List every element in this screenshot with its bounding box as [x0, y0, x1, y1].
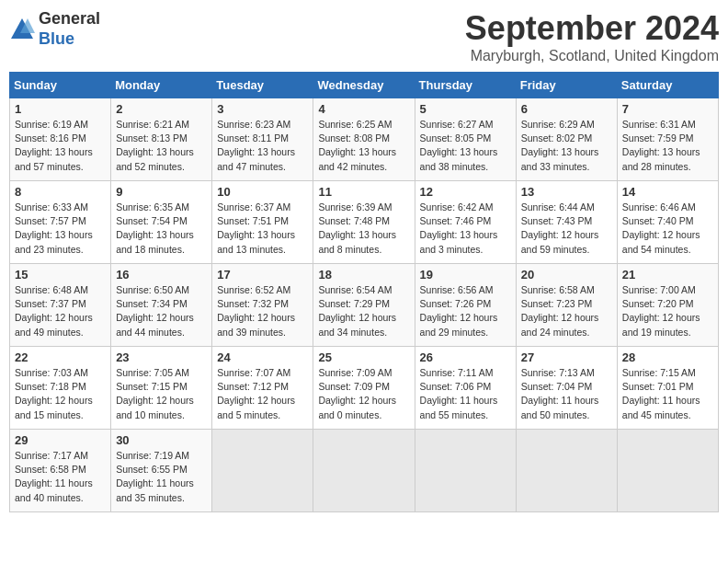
day-info: Sunrise: 6:58 AM Sunset: 7:23 PM Dayligh… — [521, 283, 612, 339]
calendar-cell: 6Sunrise: 6:29 AM Sunset: 8:02 PM Daylig… — [516, 98, 617, 181]
day-info: Sunrise: 7:05 AM Sunset: 7:15 PM Dayligh… — [116, 366, 207, 422]
calendar-cell: 11Sunrise: 6:39 AM Sunset: 7:48 PM Dayli… — [313, 181, 415, 264]
calendar-cell: 2Sunrise: 6:21 AM Sunset: 8:13 PM Daylig… — [111, 98, 212, 181]
day-number: 2 — [116, 102, 207, 116]
calendar-cell: 22Sunrise: 7:03 AM Sunset: 7:18 PM Dayli… — [10, 347, 111, 430]
col-header-monday: Monday — [111, 73, 212, 98]
calendar-row-4: 29Sunrise: 7:17 AM Sunset: 6:58 PM Dayli… — [10, 430, 719, 512]
day-info: Sunrise: 7:09 AM Sunset: 7:09 PM Dayligh… — [318, 366, 409, 422]
day-info: Sunrise: 6:21 AM Sunset: 8:13 PM Dayligh… — [116, 118, 207, 174]
calendar-row-3: 22Sunrise: 7:03 AM Sunset: 7:18 PM Dayli… — [10, 347, 719, 430]
calendar-cell: 25Sunrise: 7:09 AM Sunset: 7:09 PM Dayli… — [313, 347, 415, 430]
calendar-cell — [516, 430, 617, 512]
calendar-cell: 23Sunrise: 7:05 AM Sunset: 7:15 PM Dayli… — [111, 347, 212, 430]
day-info: Sunrise: 6:56 AM Sunset: 7:26 PM Dayligh… — [420, 283, 511, 339]
col-header-tuesday: Tuesday — [212, 73, 313, 98]
day-number: 4 — [318, 102, 409, 116]
day-number: 20 — [521, 268, 612, 282]
calendar-cell: 30Sunrise: 7:19 AM Sunset: 6:55 PM Dayli… — [111, 430, 212, 512]
day-number: 10 — [217, 185, 308, 199]
day-info: Sunrise: 6:23 AM Sunset: 8:11 PM Dayligh… — [217, 118, 308, 174]
day-info: Sunrise: 7:03 AM Sunset: 7:18 PM Dayligh… — [15, 366, 106, 422]
calendar-cell — [617, 430, 718, 512]
calendar-cell: 7Sunrise: 6:31 AM Sunset: 7:59 PM Daylig… — [617, 98, 718, 181]
day-number: 14 — [622, 185, 713, 199]
calendar-cell: 18Sunrise: 6:54 AM Sunset: 7:29 PM Dayli… — [313, 264, 415, 347]
calendar-row-1: 8Sunrise: 6:33 AM Sunset: 7:57 PM Daylig… — [10, 181, 719, 264]
day-number: 16 — [116, 268, 207, 282]
day-number: 15 — [15, 268, 106, 282]
calendar-cell: 16Sunrise: 6:50 AM Sunset: 7:34 PM Dayli… — [111, 264, 212, 347]
calendar-cell: 12Sunrise: 6:42 AM Sunset: 7:46 PM Dayli… — [415, 181, 516, 264]
title-block: September 2024 Maryburgh, Scotland, Unit… — [465, 9, 719, 64]
calendar-cell: 8Sunrise: 6:33 AM Sunset: 7:57 PM Daylig… — [10, 181, 111, 264]
calendar-cell — [415, 430, 516, 512]
day-number: 30 — [116, 433, 207, 447]
calendar-cell: 9Sunrise: 6:35 AM Sunset: 7:54 PM Daylig… — [111, 181, 212, 264]
col-header-thursday: Thursday — [415, 73, 516, 98]
day-info: Sunrise: 7:13 AM Sunset: 7:04 PM Dayligh… — [521, 366, 612, 422]
calendar-cell: 24Sunrise: 7:07 AM Sunset: 7:12 PM Dayli… — [212, 347, 313, 430]
day-number: 24 — [217, 350, 308, 364]
day-number: 22 — [15, 350, 106, 364]
day-info: Sunrise: 6:52 AM Sunset: 7:32 PM Dayligh… — [217, 283, 308, 339]
day-number: 1 — [15, 102, 106, 116]
calendar-cell: 14Sunrise: 6:46 AM Sunset: 7:40 PM Dayli… — [617, 181, 718, 264]
calendar-cell: 10Sunrise: 6:37 AM Sunset: 7:51 PM Dayli… — [212, 181, 313, 264]
location-text: Maryburgh, Scotland, United Kingdom — [465, 48, 719, 64]
col-header-wednesday: Wednesday — [313, 73, 415, 98]
col-header-sunday: Sunday — [10, 73, 111, 98]
logo-icon — [9, 17, 35, 42]
day-info: Sunrise: 7:15 AM Sunset: 7:01 PM Dayligh… — [622, 366, 713, 422]
calendar-cell: 19Sunrise: 6:56 AM Sunset: 7:26 PM Dayli… — [415, 264, 516, 347]
day-info: Sunrise: 6:29 AM Sunset: 8:02 PM Dayligh… — [521, 118, 612, 174]
calendar-cell: 20Sunrise: 6:58 AM Sunset: 7:23 PM Dayli… — [516, 264, 617, 347]
logo-general-text: General — [39, 9, 100, 28]
day-number: 6 — [521, 102, 612, 116]
day-number: 12 — [420, 185, 511, 199]
day-info: Sunrise: 6:37 AM Sunset: 7:51 PM Dayligh… — [217, 201, 308, 257]
day-info: Sunrise: 7:19 AM Sunset: 6:55 PM Dayligh… — [116, 449, 207, 505]
day-number: 7 — [622, 102, 713, 116]
day-number: 27 — [521, 350, 612, 364]
calendar-cell: 26Sunrise: 7:11 AM Sunset: 7:06 PM Dayli… — [415, 347, 516, 430]
logo: General Blue — [9, 9, 100, 49]
calendar-row-2: 15Sunrise: 6:48 AM Sunset: 7:37 PM Dayli… — [10, 264, 719, 347]
day-number: 13 — [521, 185, 612, 199]
day-number: 19 — [420, 268, 511, 282]
day-info: Sunrise: 6:46 AM Sunset: 7:40 PM Dayligh… — [622, 201, 713, 257]
day-info: Sunrise: 6:42 AM Sunset: 7:46 PM Dayligh… — [420, 201, 511, 257]
calendar-header-row: SundayMondayTuesdayWednesdayThursdayFrid… — [10, 73, 719, 98]
calendar-row-0: 1Sunrise: 6:19 AM Sunset: 8:16 PM Daylig… — [10, 98, 719, 181]
calendar-cell: 21Sunrise: 7:00 AM Sunset: 7:20 PM Dayli… — [617, 264, 718, 347]
calendar-cell: 15Sunrise: 6:48 AM Sunset: 7:37 PM Dayli… — [10, 264, 111, 347]
col-header-friday: Friday — [516, 73, 617, 98]
calendar-cell — [313, 430, 415, 512]
day-number: 26 — [420, 350, 511, 364]
day-info: Sunrise: 6:35 AM Sunset: 7:54 PM Dayligh… — [116, 201, 207, 257]
day-info: Sunrise: 6:50 AM Sunset: 7:34 PM Dayligh… — [116, 283, 207, 339]
day-info: Sunrise: 7:07 AM Sunset: 7:12 PM Dayligh… — [217, 366, 308, 422]
calendar-cell: 5Sunrise: 6:27 AM Sunset: 8:05 PM Daylig… — [415, 98, 516, 181]
page-header: General Blue September 2024 Maryburgh, S… — [9, 9, 719, 64]
day-info: Sunrise: 6:33 AM Sunset: 7:57 PM Dayligh… — [15, 201, 106, 257]
calendar-cell: 13Sunrise: 6:44 AM Sunset: 7:43 PM Dayli… — [516, 181, 617, 264]
day-info: Sunrise: 6:48 AM Sunset: 7:37 PM Dayligh… — [15, 283, 106, 339]
day-number: 9 — [116, 185, 207, 199]
calendar-cell: 17Sunrise: 6:52 AM Sunset: 7:32 PM Dayli… — [212, 264, 313, 347]
calendar-cell: 27Sunrise: 7:13 AM Sunset: 7:04 PM Dayli… — [516, 347, 617, 430]
day-number: 11 — [318, 185, 409, 199]
day-number: 8 — [15, 185, 106, 199]
calendar-cell — [212, 430, 313, 512]
calendar-table: SundayMondayTuesdayWednesdayThursdayFrid… — [9, 72, 719, 512]
calendar-cell: 4Sunrise: 6:25 AM Sunset: 8:08 PM Daylig… — [313, 98, 415, 181]
day-info: Sunrise: 6:54 AM Sunset: 7:29 PM Dayligh… — [318, 283, 409, 339]
day-info: Sunrise: 6:25 AM Sunset: 8:08 PM Dayligh… — [318, 118, 409, 174]
day-info: Sunrise: 6:44 AM Sunset: 7:43 PM Dayligh… — [521, 201, 612, 257]
day-info: Sunrise: 7:17 AM Sunset: 6:58 PM Dayligh… — [15, 449, 106, 505]
day-number: 25 — [318, 350, 409, 364]
day-info: Sunrise: 6:39 AM Sunset: 7:48 PM Dayligh… — [318, 201, 409, 257]
day-number: 28 — [622, 350, 713, 364]
day-info: Sunrise: 7:00 AM Sunset: 7:20 PM Dayligh… — [622, 283, 713, 339]
logo-blue-text: Blue — [39, 29, 74, 48]
